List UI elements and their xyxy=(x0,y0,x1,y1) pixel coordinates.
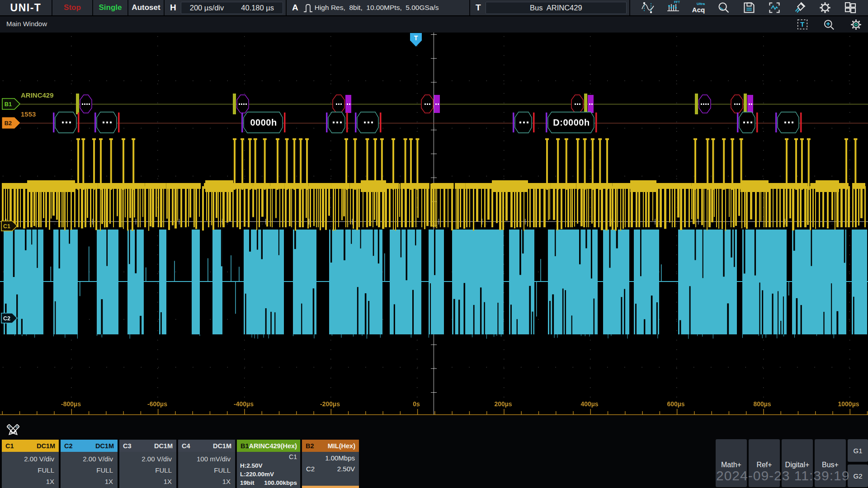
channel-bandwidth: FULL xyxy=(2,465,59,476)
oscilloscope-ui: UNI-T Stop Single Autoset H 200 µs/div 4… xyxy=(0,0,868,488)
group-tab-g2[interactable]: G2 xyxy=(848,465,868,487)
math-add-button[interactable]: Math+ xyxy=(716,439,747,487)
bus2-decode-packet: D:0000h xyxy=(546,111,597,134)
bus1-low-threshold: L:220.00mV xyxy=(240,470,297,479)
channel-name: C4 xyxy=(182,442,190,450)
bus1-info-panel[interactable]: B1 ARINC429(Hex) C1 H:2.50V L:220.00mV 1… xyxy=(237,440,300,488)
text-label-button[interactable]: T xyxy=(796,18,809,31)
bus2-badge[interactable]: B2 xyxy=(2,117,21,129)
bus2-decode-packet xyxy=(737,111,758,134)
channel-info-panel-c2[interactable]: C2 DC1M 2.00 V/div FULL 1X xyxy=(61,440,118,488)
group-tab-g1[interactable]: G1 xyxy=(848,439,868,462)
bus1-decode-packet xyxy=(421,94,440,114)
bus1-badge[interactable]: B1 xyxy=(2,98,21,110)
timebase-readout[interactable]: 200 µs/div 40.180 µs xyxy=(181,2,283,14)
bus1-panel-mode: ARINC429(Hex) xyxy=(249,442,297,450)
channel-scale: 2.00 V/div xyxy=(61,453,118,465)
bus1-source: C1 xyxy=(240,453,297,461)
bus1-panel-name: B1 xyxy=(241,442,249,450)
save-button[interactable] xyxy=(740,1,759,14)
bus2-name-label: 1553 xyxy=(21,110,36,118)
bus2-accent-strip xyxy=(302,486,359,488)
time-axis-label: 600µs xyxy=(667,400,684,408)
horizontal-offset-value: 40.180 µs xyxy=(241,4,274,12)
display-settings-button[interactable] xyxy=(849,18,863,31)
main-window-titlebar: Main Window T xyxy=(0,16,868,33)
bottom-status-bar: C1 DC1M 2.00 V/div FULL 1X C2 DC1M 2.00 … xyxy=(0,416,868,488)
window-layout-icon xyxy=(844,1,857,14)
bus-add-button[interactable]: Bus+ xyxy=(815,439,846,487)
bus2-packet-value xyxy=(778,111,799,134)
bus1-rate: 100.00kbps xyxy=(264,479,297,487)
trigger-readout[interactable]: Bus ARINC429 xyxy=(486,2,627,14)
svg-text:C2: C2 xyxy=(3,315,10,322)
ref-add-button[interactable]: Ref+ xyxy=(749,439,780,487)
channel-scale: 2.00 V/div xyxy=(2,453,59,465)
channel-name: C2 xyxy=(64,442,73,450)
time-axis-label: 400µs xyxy=(580,400,598,408)
measure-cursor-icon xyxy=(641,2,655,14)
screenshot-button[interactable] xyxy=(765,1,784,14)
time-axis-label: 0s xyxy=(413,400,420,408)
measure-cursor-button[interactable] xyxy=(638,1,657,14)
single-button[interactable]: Single xyxy=(93,0,127,15)
run-stop-button[interactable]: Stop xyxy=(52,0,92,15)
fft-button[interactable]: FFT xyxy=(664,1,683,14)
time-axis-label: -400µs xyxy=(234,400,254,408)
time-axis-label: 200µs xyxy=(494,400,512,408)
trigger-key: T xyxy=(470,3,486,13)
layout-button[interactable] xyxy=(841,1,860,14)
pulse-icon xyxy=(303,2,315,13)
autoset-button[interactable]: Autoset xyxy=(128,0,164,15)
bus2-decode-packet: 0000h xyxy=(241,111,286,134)
bus2-panel-mode: MIL(Hex) xyxy=(328,442,355,450)
bus1-decode-packet xyxy=(695,94,711,114)
time-axis-label: 800µs xyxy=(753,400,771,408)
bus2-decode-packet xyxy=(513,111,535,134)
svg-text:T: T xyxy=(800,20,805,28)
bus2-packet-value: 0000h xyxy=(244,111,283,134)
acq-ultra-badge: Ultra xyxy=(697,2,705,6)
trigger-settings[interactable]: T Bus ARINC429 xyxy=(470,0,629,15)
channel-coupling: DC1M xyxy=(95,442,114,450)
horizontal-settings[interactable]: H 200 µs/div 40.180 µs xyxy=(165,0,286,15)
digital-add-button[interactable]: Digital+ xyxy=(782,439,813,487)
annotate-button[interactable] xyxy=(4,421,23,440)
time-axis-label: -600µs xyxy=(147,400,167,408)
bus2-packet-value: D:0000h xyxy=(548,111,594,134)
channel-coupling: DC1M xyxy=(37,442,55,450)
clear-button[interactable] xyxy=(790,1,809,14)
bus2-decode-packet xyxy=(94,111,120,134)
waveform-canvas xyxy=(0,33,868,416)
channel-coupling: DC1M xyxy=(154,442,173,450)
channel-probe: 1X xyxy=(119,476,176,487)
toolbar-icon-group: FFT Ultra Acq xyxy=(630,0,868,15)
settings-button[interactable] xyxy=(816,1,835,14)
bus2-threshold: 2.50V xyxy=(337,464,355,474)
bus2-packet-value xyxy=(740,111,755,134)
channel-info-panel-c1[interactable]: C1 DC1M 2.00 V/div FULL 1X xyxy=(2,440,59,488)
channel-info-panel-c3[interactable]: C3 DC1M 2.00 V/div FULL 1X xyxy=(119,440,176,488)
window-title: Main Window xyxy=(6,20,47,28)
acquire-settings[interactable]: A High Res, 8bit, 10.00MPts, 5.00GSa/s xyxy=(287,0,469,15)
channel-bandwidth: FULL xyxy=(119,465,176,476)
channel-probe: 1X xyxy=(61,476,118,487)
horizontal-key: H xyxy=(165,3,181,13)
bus2-rate: 1.00Mbps xyxy=(325,453,355,464)
channel1-badge[interactable]: C1 xyxy=(1,221,18,231)
acq-ultra-button[interactable]: Ultra Acq xyxy=(689,1,708,14)
zoom-in-button[interactable] xyxy=(822,18,835,31)
bus2-info-panel[interactable]: B2 MIL(Hex) 1.00Mbps C2 2.50V xyxy=(302,440,359,488)
bus2-packet-value xyxy=(56,111,77,134)
channel2-badge[interactable]: C2 xyxy=(1,313,18,324)
channel-bandwidth: FULL xyxy=(178,465,235,476)
channel-scale: 100 mV/div xyxy=(178,453,235,465)
time-axis-label: -200µs xyxy=(320,400,340,408)
screenshot-icon xyxy=(768,1,781,14)
search-button[interactable] xyxy=(714,1,733,14)
bus2-panel-name: B2 xyxy=(306,442,314,450)
time-axis-label: 1000µs xyxy=(838,400,859,408)
crossed-pens-icon xyxy=(4,421,23,440)
channel-info-panel-c4[interactable]: C4 DC1M 100 mV/div FULL 1X xyxy=(178,440,235,488)
save-icon xyxy=(743,1,755,14)
